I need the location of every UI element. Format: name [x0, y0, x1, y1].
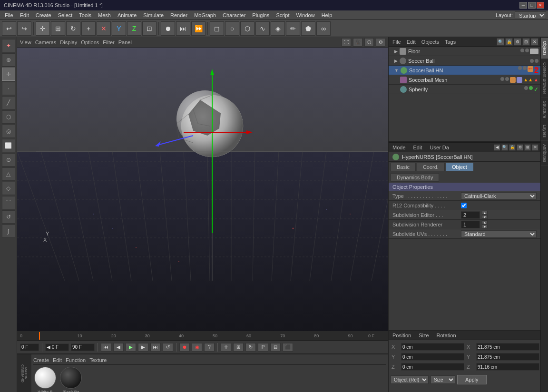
subdiv-editor-up[interactable]: ▲ [482, 211, 488, 215]
help-button[interactable]: ? [204, 343, 215, 352]
maximize-viewport[interactable]: ⛶ [342, 38, 351, 47]
attr-tab-dynamics[interactable]: Dynamics Body [391, 173, 439, 182]
model-tool[interactable]: ✦ [2, 39, 15, 52]
loop-button[interactable]: ↺ [163, 343, 173, 352]
menu-file[interactable]: File [2, 11, 16, 19]
objects-search-icon[interactable]: 🔍 [497, 38, 504, 46]
undo-button[interactable]: ↩ [2, 21, 16, 36]
z-tool[interactable]: Z [127, 21, 141, 36]
edges-tool[interactable]: ╱ [2, 96, 15, 109]
menu-mograph[interactable]: MoGraph [191, 11, 219, 19]
panel-menu[interactable]: Panel [118, 39, 132, 45]
menu-window[interactable]: Window [294, 11, 318, 19]
material-sphere-black[interactable] [60, 367, 82, 389]
coord-y-size-input[interactable] [476, 353, 539, 361]
objects-config-icon[interactable]: ⚙ [514, 38, 521, 46]
object-row-mesh[interactable]: Soccerball Mesh ▲▲ ▲ [389, 75, 540, 85]
twist-tool[interactable]: ↺ [2, 210, 15, 224]
sidebar-tab-structure[interactable]: Structure [541, 98, 548, 122]
live-sel-tool[interactable]: ◎ [2, 125, 15, 138]
poly-tool[interactable]: ⬡ [2, 110, 15, 124]
objects-edit-menu[interactable]: Edit [405, 39, 418, 45]
mat-function-menu[interactable]: Function [66, 357, 86, 363]
camera-btn[interactable]: 🎥 [353, 38, 362, 47]
mat-texture-menu[interactable]: Texture [89, 357, 107, 363]
redo-button[interactable]: ↪ [17, 21, 31, 36]
y-tool[interactable]: Y [112, 21, 126, 36]
rotate-key-button[interactable]: ↻ [245, 343, 256, 352]
fx-tool[interactable]: ∞ [316, 21, 331, 36]
goto-start-button[interactable]: ⏮ [101, 343, 111, 352]
subdiv-renderer-down[interactable]: ▼ [482, 225, 488, 228]
timeline-ruler[interactable]: 0 10 20 30 40 50 60 70 80 90 0 F [17, 331, 388, 341]
menu-create[interactable]: Create [33, 11, 54, 19]
attr-userd-menu[interactable]: User Da [428, 145, 451, 150]
goto-end-button[interactable]: ⏭ [150, 343, 161, 352]
menu-simulate[interactable]: Simulate [140, 11, 166, 19]
end-frame-input[interactable] [71, 343, 95, 351]
attr-search-icon[interactable]: 🔍 [501, 144, 508, 151]
attr-type-dropdown[interactable]: Catmull-Clark [461, 192, 537, 200]
material-item-black[interactable]: Black Ba [60, 367, 82, 392]
apply-button[interactable]: Apply [457, 375, 487, 384]
subdiv-renderer-up[interactable]: ▲ [482, 220, 488, 224]
filter-menu[interactable]: Filter [103, 39, 114, 45]
material-sphere-white[interactable] [34, 367, 56, 389]
viewport-options[interactable]: ⚙ [376, 38, 385, 47]
objects-file-menu[interactable]: File [391, 39, 403, 45]
menu-tools[interactable]: Tools [76, 11, 94, 19]
coord-x-pos-input[interactable] [401, 343, 464, 351]
spline-tool[interactable]: ◈ [271, 21, 285, 36]
param-key-button[interactable]: P [258, 343, 268, 352]
transform-tool[interactable]: ⊡ [142, 21, 157, 36]
bend-tool[interactable]: ⌒ [2, 196, 15, 209]
menu-mesh[interactable]: Mesh [95, 11, 114, 19]
layout-select[interactable]: Startup [515, 11, 546, 19]
sphere-tool[interactable]: ○ [225, 21, 239, 36]
objects-objects-menu[interactable]: Objects [420, 39, 441, 45]
attr-mode-menu[interactable]: Mode [391, 145, 408, 150]
prev-frame-button[interactable]: ◀ [113, 343, 124, 352]
start-frame-input[interactable] [45, 343, 69, 351]
record2-tool[interactable]: ⏭ [176, 21, 190, 36]
nurbs-tool[interactable]: ∿ [255, 21, 270, 36]
rect-sel-tool[interactable]: ⬜ [2, 139, 15, 152]
autokey-button[interactable]: ◉ [192, 343, 202, 352]
sculpt-tool[interactable]: ◇ [2, 182, 15, 195]
scale-key-button[interactable]: ⊞ [233, 343, 244, 352]
coord-system-dropdown[interactable]: Object (Rel) World [391, 375, 429, 384]
sidebar-tab-content[interactable]: Content Browser [541, 59, 548, 98]
attr-tab-object[interactable]: Object [446, 163, 473, 171]
objects-tags-menu[interactable]: Tags [443, 39, 458, 45]
mat-create-menu[interactable]: Create [33, 357, 49, 363]
move-axis-tool[interactable]: ✛ [2, 68, 15, 81]
sidebar-tab-objects[interactable]: Objects [541, 38, 548, 59]
attr-r12-checkbox[interactable] [461, 203, 467, 208]
magnet-tool[interactable]: ∫ [2, 225, 15, 238]
viewport-key-button[interactable]: ⬛ [283, 343, 293, 352]
attr-lock-icon[interactable]: 🔒 [509, 144, 516, 151]
attr-subdivide-uvs-dropdown[interactable]: Standard [461, 230, 537, 238]
object-row-floor[interactable]: ▶ Floor [389, 47, 540, 56]
object-row-soccerball[interactable]: ▶ Soccer Ball [389, 56, 540, 66]
size-mode-dropdown[interactable]: Size Scale [431, 375, 455, 384]
cameras-menu[interactable]: Cameras [35, 39, 57, 45]
rotate-tool[interactable]: ↻ [66, 21, 80, 36]
add-tool[interactable]: + [81, 21, 96, 36]
record3-tool[interactable]: ⏩ [191, 21, 206, 36]
menu-help[interactable]: Help [319, 11, 335, 19]
coord-x-size-input[interactable] [476, 343, 539, 351]
attr-expand-icon[interactable]: ⊞ [524, 144, 531, 151]
attr-back-btn[interactable]: ◀ [494, 144, 500, 151]
viewport-canvas[interactable]: Perspective [17, 48, 388, 331]
current-frame-input[interactable] [20, 343, 39, 351]
record-tool[interactable]: ⏺ [161, 21, 175, 36]
subdiv-editor-down[interactable]: ▼ [482, 215, 488, 219]
record-button[interactable]: ⏺ [179, 343, 190, 352]
menu-plugins[interactable]: Plugins [249, 11, 272, 19]
object-row-spherify[interactable]: Spherify ✓ [389, 85, 540, 94]
grid-key-button[interactable]: ⊟ [270, 343, 281, 352]
coord-z-size-input[interactable] [476, 363, 539, 371]
sidebar-tab-layers[interactable]: Layers [541, 122, 548, 141]
objects-lock-icon[interactable]: 🔒 [505, 38, 513, 46]
